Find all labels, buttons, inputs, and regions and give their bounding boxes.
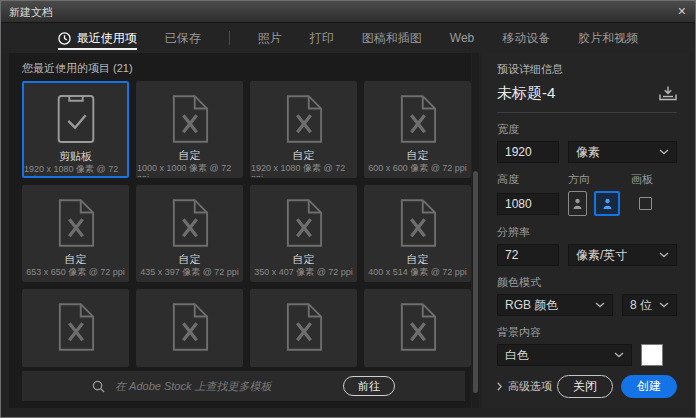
background-color-swatch[interactable] [641, 344, 663, 366]
template-tile[interactable]: 自定 435 x 397 像素 @ 72 ppi [136, 185, 243, 282]
window-close-icon[interactable]: × [678, 1, 686, 22]
tab-mobile[interactable]: 移动设备 [502, 23, 550, 53]
tab-photo[interactable]: 照片 [258, 23, 282, 53]
template-tile-clipped[interactable] [22, 289, 129, 367]
clipboard-check-icon [56, 94, 96, 144]
recent-items-grid: 剪贴板 1920 x 1080 像素 @ 72 ppi 自定 1000 x 10… [22, 81, 471, 367]
recent-items-heading: 您最近使用的项目 (21) [22, 61, 133, 76]
broken-file-icon [285, 95, 323, 143]
clock-icon [58, 32, 71, 45]
background-label: 背景内容 [497, 325, 677, 340]
tab-print[interactable]: 打印 [310, 23, 334, 53]
tile-spec: 1920 x 1080 像素 @ 72 ppi [251, 163, 356, 178]
tab-label: 图稿和插图 [362, 30, 422, 47]
background-dropdown[interactable]: 白色 [497, 344, 632, 366]
template-tile[interactable]: 自定 350 x 407 像素 @ 72 ppi [250, 185, 357, 282]
new-document-dialog: 新建文档 × 最近使用项 已保存 照片 打印 图稿和插图 Web 移动 [0, 0, 696, 418]
background-value: 白色 [505, 347, 529, 364]
height-orientation-labels: 高度 方向 画板 [497, 172, 677, 187]
orientation-portrait-button[interactable] [568, 191, 587, 216]
tile-title: 剪贴板 [59, 150, 92, 162]
chevron-down-icon [595, 302, 605, 308]
chevron-down-icon [659, 252, 669, 258]
chevron-down-icon [614, 352, 624, 358]
height-orientation-row [497, 191, 677, 216]
resolution-unit-value: 像素/英寸 [576, 247, 627, 264]
preset-category-tabs: 最近使用项 已保存 照片 打印 图稿和插图 Web 移动设备 胶片和视频 [2, 23, 694, 53]
chevron-down-icon [659, 149, 669, 155]
tile-title: 自定 [293, 253, 315, 265]
resolution-label: 分辨率 [497, 225, 677, 240]
tile-spec: 653 x 650 像素 @ 72 ppi [26, 267, 125, 277]
width-input[interactable] [497, 141, 559, 163]
chevron-down-icon [659, 302, 669, 308]
search-icon [92, 380, 105, 393]
unit-dropdown[interactable]: 像素 [568, 141, 677, 163]
dialog-actions: 关闭 创建 [557, 375, 677, 398]
document-name-field[interactable]: 未标题-4 [497, 84, 555, 103]
close-button[interactable]: 关闭 [557, 375, 613, 398]
preset-details-heading: 预设详细信息 [497, 62, 677, 77]
tab-art-illustration[interactable]: 图稿和插图 [362, 23, 422, 53]
tile-spec: 600 x 600 像素 @ 72 ppi [368, 163, 467, 173]
resolution-input[interactable] [497, 244, 559, 266]
template-tile-clipped[interactable] [136, 289, 243, 367]
bit-depth-dropdown[interactable]: 8 位 [622, 294, 677, 316]
artboard-label: 画板 [631, 172, 653, 187]
tab-separator [229, 31, 230, 45]
orientation-landscape-button[interactable] [594, 191, 620, 216]
template-tile-clipped[interactable] [364, 289, 471, 367]
broken-file-icon [285, 303, 323, 351]
broken-file-icon [399, 199, 437, 247]
tile-spec: 350 x 407 像素 @ 72 ppi [254, 267, 353, 277]
landscape-icon [601, 196, 614, 211]
tile-title: 自定 [293, 149, 315, 161]
tile-title: 自定 [407, 149, 429, 161]
artboard-checkbox[interactable] [639, 197, 652, 210]
template-tile[interactable]: 自定 653 x 650 像素 @ 72 ppi [22, 185, 129, 282]
height-input[interactable] [497, 193, 559, 215]
template-tile[interactable]: 自定 1000 x 1000 像素 @ 72 ppi [136, 81, 243, 178]
scrollbar-thumb[interactable] [473, 171, 478, 393]
stock-go-button[interactable]: 前往 [343, 376, 395, 396]
tab-saved[interactable]: 已保存 [165, 23, 201, 53]
orientation-label: 方向 [568, 172, 631, 187]
broken-file-icon [171, 199, 209, 247]
tab-label: 移动设备 [502, 30, 550, 47]
tile-spec: 1920 x 1080 像素 @ 72 ppi [24, 164, 127, 178]
tab-film-video[interactable]: 胶片和视频 [578, 23, 638, 53]
create-button[interactable]: 创建 [621, 375, 677, 398]
tile-title: 自定 [65, 253, 87, 265]
height-label: 高度 [497, 172, 568, 187]
tab-label: Web [450, 31, 474, 45]
template-tile[interactable]: 自定 1920 x 1080 像素 @ 72 ppi [250, 81, 357, 178]
tab-recent[interactable]: 最近使用项 [58, 23, 137, 53]
recent-items-scrollbar[interactable] [472, 53, 479, 408]
save-preset-icon[interactable] [659, 86, 677, 101]
template-tile[interactable]: 自定 600 x 600 像素 @ 72 ppi [364, 81, 471, 178]
tab-label: 最近使用项 [77, 30, 137, 47]
broken-file-icon [57, 199, 95, 247]
recent-items-panel: 您最近使用的项目 (21) 剪贴板 1920 x 1080 像素 @ 72 pp… [9, 53, 471, 408]
tile-spec: 435 x 397 像素 @ 72 ppi [140, 267, 239, 277]
color-mode-value: RGB 颜色 [505, 297, 558, 314]
template-tile[interactable]: 自定 400 x 514 像素 @ 72 ppi [364, 185, 471, 282]
tile-spec: 400 x 514 像素 @ 72 ppi [368, 267, 467, 277]
stock-search-input[interactable] [113, 379, 298, 393]
broken-file-icon [399, 303, 437, 351]
tab-label: 打印 [310, 30, 334, 47]
broken-file-icon [57, 303, 95, 351]
tab-label: 已保存 [165, 30, 201, 47]
color-mode-dropdown[interactable]: RGB 颜色 [497, 294, 613, 316]
portrait-icon [572, 196, 583, 211]
template-tile-clipboard[interactable]: 剪贴板 1920 x 1080 像素 @ 72 ppi [22, 81, 129, 178]
window-title: 新建文档 [9, 1, 53, 23]
template-tile-clipped[interactable] [250, 289, 357, 367]
tab-web[interactable]: Web [450, 23, 474, 53]
unit-dropdown-value: 像素 [576, 144, 600, 161]
tile-title: 自定 [407, 253, 429, 265]
resolution-unit-dropdown[interactable]: 像素/英寸 [568, 244, 677, 266]
tab-label: 胶片和视频 [578, 30, 638, 47]
broken-file-icon [285, 199, 323, 247]
color-mode-row: RGB 颜色 8 位 [497, 294, 677, 316]
